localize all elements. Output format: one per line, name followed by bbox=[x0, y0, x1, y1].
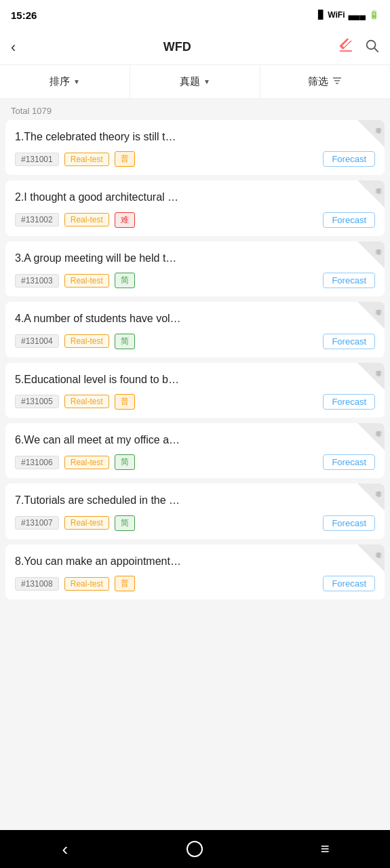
item-title: 6.We can all meet at my office a… bbox=[15, 433, 375, 448]
wifi-icon: WiFi bbox=[328, 10, 345, 20]
status-icons: ▊ WiFi ▄▄▄ 🔋 bbox=[318, 10, 379, 20]
item-id: #131005 bbox=[15, 395, 59, 408]
battery-icon: ▊ bbox=[318, 10, 324, 20]
list-item[interactable]: 非听 8.You can make an appointment… #13100… bbox=[5, 545, 385, 599]
bottom-menu-icon: ≡ bbox=[321, 840, 330, 858]
item-id: #131006 bbox=[15, 456, 59, 469]
list-item[interactable]: 非听 2.I thought a good architectural … #1… bbox=[5, 180, 385, 235]
item-real-tag: Real-test bbox=[64, 516, 109, 530]
svg-line-1 bbox=[374, 48, 378, 52]
back-button[interactable]: ‹ bbox=[11, 39, 16, 56]
item-tags: #131003 Real-test 简 Forecast bbox=[15, 273, 375, 288]
filter-bar: 排序 ▼ 真题 ▼ 筛选 bbox=[0, 65, 390, 99]
bottom-back-icon: ‹ bbox=[62, 839, 68, 860]
real-test-arrow: ▼ bbox=[203, 78, 210, 85]
item-title: 1.The celebrated theory is still t… bbox=[15, 130, 375, 144]
filter-icon bbox=[332, 75, 343, 88]
forecast-button[interactable]: Forecast bbox=[323, 515, 375, 531]
item-real-tag: Real-test bbox=[64, 577, 109, 591]
item-title: 7.Tutorials are scheduled in the … bbox=[15, 493, 375, 508]
corner-ribbon: 非听 bbox=[357, 484, 385, 511]
item-level-tag: 普 bbox=[115, 576, 135, 591]
item-tags: #131005 Real-test 普 Forecast bbox=[15, 394, 375, 410]
item-level-tag: 难 bbox=[115, 212, 135, 228]
item-real-tag: Real-test bbox=[64, 334, 109, 348]
item-real-tag: Real-test bbox=[64, 274, 109, 288]
corner-ribbon: 非听 bbox=[357, 545, 385, 572]
page-title: WFD bbox=[163, 40, 191, 54]
item-id: #131008 bbox=[15, 577, 59, 591]
battery-full-icon: 🔋 bbox=[369, 10, 379, 20]
real-test-label: 真题 bbox=[180, 75, 200, 88]
item-id: #131004 bbox=[15, 334, 59, 348]
item-level-tag: 普 bbox=[115, 394, 135, 410]
item-id: #131007 bbox=[15, 516, 59, 530]
item-title: 3.A group meeting will be held t… bbox=[15, 251, 375, 266]
bottom-home-icon bbox=[187, 841, 203, 857]
search-icon[interactable] bbox=[364, 38, 379, 56]
real-test-button[interactable]: 真题 ▼ bbox=[130, 65, 260, 98]
nav-icons bbox=[338, 38, 379, 56]
item-tags: #131001 Real-test 普 Forecast bbox=[15, 151, 375, 167]
item-title: 5.Educational level is found to b… bbox=[15, 372, 375, 387]
item-tags: #131006 Real-test 简 Forecast bbox=[15, 454, 375, 470]
list-container: 非听 1.The celebrated theory is still t… #… bbox=[0, 120, 390, 830]
item-real-tag: Real-test bbox=[64, 213, 109, 226]
item-tags: #131007 Real-test 简 Forecast bbox=[15, 515, 375, 531]
corner-ribbon: 非听 bbox=[357, 302, 385, 329]
sort-arrow: ▼ bbox=[73, 78, 80, 85]
total-count: Total 1079 bbox=[0, 99, 390, 120]
bottom-nav: ‹ ≡ bbox=[0, 830, 390, 868]
list-item[interactable]: 非听 4.A number of students have vol… #131… bbox=[5, 302, 385, 357]
list-item[interactable]: 非听 7.Tutorials are scheduled in the … #1… bbox=[5, 484, 385, 538]
item-real-tag: Real-test bbox=[64, 456, 109, 469]
forecast-button[interactable]: Forecast bbox=[323, 151, 375, 167]
item-tags: #131004 Real-test 简 Forecast bbox=[15, 334, 375, 349]
forecast-button[interactable]: Forecast bbox=[323, 394, 375, 410]
item-real-tag: Real-test bbox=[64, 395, 109, 408]
list-item[interactable]: 非听 3.A group meeting will be held t… #13… bbox=[5, 241, 385, 296]
item-title: 8.You can make an appointment… bbox=[15, 554, 375, 569]
item-tags: #131002 Real-test 难 Forecast bbox=[15, 212, 375, 228]
signal-icon: ▄▄▄ bbox=[348, 10, 366, 20]
status-time: 15:26 bbox=[11, 9, 37, 21]
status-bar: 15:26 ▊ WiFi ▄▄▄ 🔋 bbox=[0, 0, 390, 30]
list-item[interactable]: 非听 1.The celebrated theory is still t… #… bbox=[5, 120, 385, 175]
forecast-button[interactable]: Forecast bbox=[323, 576, 375, 591]
forecast-button[interactable]: Forecast bbox=[323, 273, 375, 288]
top-nav: ‹ WFD bbox=[0, 30, 390, 65]
item-title: 2.I thought a good architectural … bbox=[15, 190, 375, 205]
filter-label: 筛选 bbox=[308, 75, 328, 88]
eraser-icon[interactable] bbox=[338, 38, 353, 56]
item-title: 4.A number of students have vol… bbox=[15, 311, 375, 326]
forecast-button[interactable]: Forecast bbox=[323, 454, 375, 470]
list-item[interactable]: 非听 5.Educational level is found to b… #1… bbox=[5, 363, 385, 418]
corner-ribbon: 非听 bbox=[357, 363, 385, 390]
item-id: #131003 bbox=[15, 274, 59, 288]
forecast-button[interactable]: Forecast bbox=[323, 212, 375, 228]
item-level-tag: 简 bbox=[115, 454, 135, 470]
item-id: #131001 bbox=[15, 153, 59, 166]
item-level-tag: 普 bbox=[115, 151, 135, 167]
bottom-back-button[interactable]: ‹ bbox=[45, 835, 85, 863]
item-tags: #131008 Real-test 普 Forecast bbox=[15, 576, 375, 591]
item-real-tag: Real-test bbox=[64, 153, 109, 166]
filter-button[interactable]: 筛选 bbox=[260, 65, 390, 98]
item-id: #131002 bbox=[15, 213, 59, 226]
sort-label: 排序 bbox=[50, 75, 70, 88]
forecast-button[interactable]: Forecast bbox=[323, 334, 375, 349]
corner-ribbon: 非听 bbox=[357, 241, 385, 269]
bottom-home-button[interactable] bbox=[174, 835, 215, 863]
item-level-tag: 简 bbox=[115, 273, 135, 288]
bottom-menu-button[interactable]: ≡ bbox=[305, 835, 345, 863]
list-item[interactable]: 非听 6.We can all meet at my office a… #13… bbox=[5, 423, 385, 478]
item-level-tag: 简 bbox=[115, 334, 135, 349]
corner-ribbon: 非听 bbox=[357, 180, 385, 208]
item-level-tag: 简 bbox=[115, 515, 135, 531]
corner-ribbon: 非听 bbox=[357, 120, 385, 147]
sort-button[interactable]: 排序 ▼ bbox=[0, 65, 130, 98]
corner-ribbon: 非听 bbox=[357, 423, 385, 450]
